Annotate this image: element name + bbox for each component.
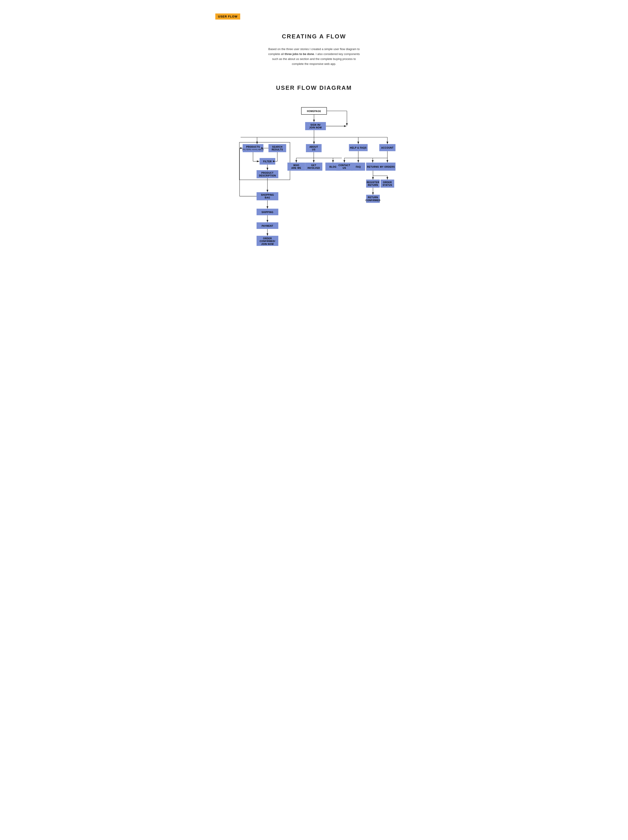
search-results-label2: RESULTS xyxy=(272,148,283,151)
return-confirmed-box xyxy=(366,195,380,203)
product-desc-label1: PRODUCT xyxy=(261,172,274,174)
about-us-label2: US xyxy=(312,148,315,151)
contact-us-box xyxy=(336,163,353,171)
shopping-bag-label1: SHOPPING xyxy=(261,194,274,196)
order-confirmed-label2: CONFIRMED/ xyxy=(260,240,275,243)
page-wrapper: USER FLOW CREATING A FLOW Based on the t… xyxy=(206,0,422,355)
contact-us-label1: CONTACT xyxy=(338,164,350,167)
order-status-box xyxy=(381,180,394,188)
register-return-box xyxy=(366,180,380,188)
search-results-box xyxy=(269,144,286,152)
section1-title: CREATING A FLOW xyxy=(215,33,413,40)
order-confirmed-label3: JOIN NOW xyxy=(261,243,274,245)
blog-label: BLOG xyxy=(329,166,337,168)
flow-diagram: HOMEPAGE SIGN IN/ JOIN NOW xyxy=(215,105,413,333)
product-desc-box xyxy=(257,170,279,178)
help-faqs-label: HELP & FAQS xyxy=(350,147,367,149)
get-involved-label1: GET xyxy=(311,164,316,167)
register-return-label2: RETURN xyxy=(368,184,378,186)
payment-label: PAYMENT xyxy=(261,225,273,227)
who-are-we-box xyxy=(288,163,305,171)
account-label: ACCOUNT xyxy=(381,147,393,149)
register-return-label1: REGISTER xyxy=(367,181,379,184)
who-are-we-label1: WHO xyxy=(293,164,299,167)
about-us-box xyxy=(306,144,322,152)
signin-label2: JOIN NOW xyxy=(309,126,322,129)
returns-label: RETURNS xyxy=(367,166,379,168)
shipping-label: SHIPPING xyxy=(261,211,274,213)
my-orders-label: MY ORDERS xyxy=(380,166,395,168)
products-label: PRODUCTS xyxy=(246,146,260,148)
diagram-title: USER FLOW DIAGRAM xyxy=(215,84,413,92)
contact-us-label2: US xyxy=(343,167,346,169)
filter-label: FILTER xyxy=(263,160,272,163)
return-confirmed-label2: CONFIRMED xyxy=(365,199,380,202)
search-results-label1: SEARCH xyxy=(272,146,282,148)
shopping-bag-box xyxy=(257,193,279,201)
product-desc-label2: DESCRIPTION xyxy=(259,175,276,177)
homepage-label: HOMEPAGE xyxy=(307,110,321,112)
products-box xyxy=(243,144,264,152)
faq-label: FAQ xyxy=(356,166,361,168)
description: Based on the three user stories I create… xyxy=(267,47,361,66)
get-involved-box xyxy=(305,163,323,171)
who-are-we-label2: ARE WE xyxy=(291,167,301,169)
about-us-label1: ABOUT xyxy=(309,146,318,148)
order-confirmed-label1: ORDER xyxy=(263,237,272,240)
order-status-label2: STATUS xyxy=(382,184,392,186)
badge: USER FLOW xyxy=(215,13,240,19)
signin-box xyxy=(305,122,326,130)
get-involved-label2: INVOLVED xyxy=(307,167,320,169)
order-status-label1: ORDER xyxy=(383,181,392,184)
shopping-bag-label2: BAG xyxy=(264,197,270,199)
products-sublabel: (FILTERS AVAILABLE) xyxy=(242,148,264,151)
return-confirmed-label1: RETURN xyxy=(368,196,378,199)
signin-label1: SIGN IN/ xyxy=(310,124,321,126)
